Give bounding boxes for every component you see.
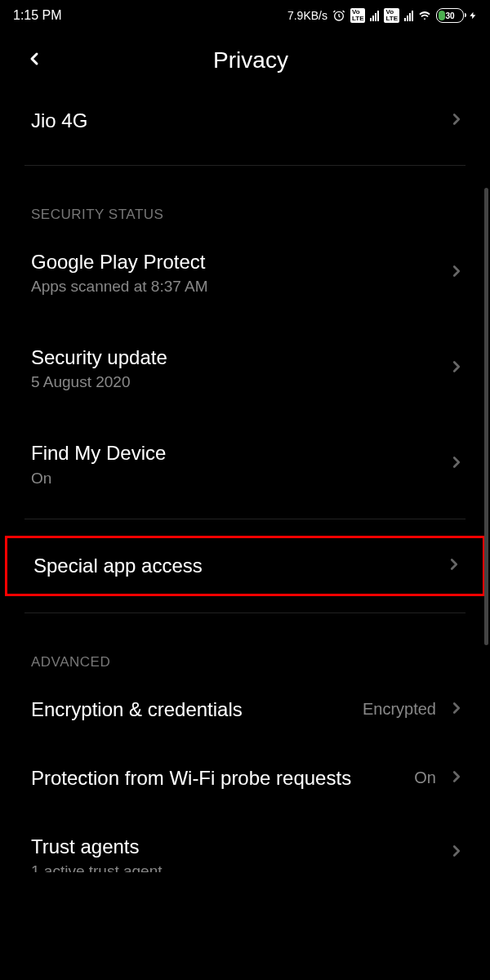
item-security-update[interactable]: Security update 5 August 2020 [0, 330, 490, 406]
list-item-title: Google Play Protect [31, 249, 448, 274]
volte-icon-1: VoLTE [350, 8, 366, 23]
list-item-value: Encrypted [363, 700, 436, 719]
status-bar: 1:15 PM 7.9KB/s VoLTE VoLTE 30 [0, 0, 490, 31]
chevron-right-icon [448, 453, 466, 474]
status-time: 1:15 PM [13, 8, 62, 23]
wifi-icon [418, 9, 431, 22]
list-item-title: Find My Device [31, 440, 448, 466]
list-item-title: Trust agents [31, 834, 448, 859]
chevron-right-icon [448, 358, 466, 379]
list-item-subtitle: 5 August 2020 [31, 373, 448, 391]
list-item-subtitle: Apps scanned at 8:37 AM [31, 278, 448, 296]
chevron-right-icon [448, 110, 466, 131]
item-find-my-device[interactable]: Find My Device On [0, 425, 490, 501]
highlight-annotation: Special app access [5, 536, 485, 596]
page-title: Privacy [24, 47, 477, 74]
list-item-subtitle: On [31, 470, 448, 488]
section-advanced: ADVANCED [0, 630, 490, 682]
chevron-right-icon [445, 555, 463, 577]
scrollbar[interactable] [484, 188, 488, 645]
list-item-title: Jio 4G [31, 108, 448, 133]
chevron-right-icon [448, 699, 466, 720]
divider [24, 165, 466, 166]
charging-icon [469, 9, 477, 22]
list-item-title: Encryption & credentials [31, 697, 363, 722]
list-item-title: Security update [31, 345, 448, 370]
list-item-title: Protection from Wi-Fi probe requests [31, 765, 414, 791]
chevron-right-icon [448, 262, 466, 283]
header: Privacy [0, 31, 490, 93]
item-google-play-protect[interactable]: Google Play Protect Apps scanned at 8:37… [0, 234, 490, 310]
divider [24, 612, 466, 613]
item-encryption-credentials[interactable]: Encryption & credentials Encrypted [0, 682, 490, 737]
settings-content: Jio 4G SECURITY STATUS Google Play Prote… [0, 93, 490, 887]
item-special-app-access[interactable]: Special app access [7, 538, 483, 594]
chevron-right-icon [448, 842, 466, 863]
chevron-right-icon [448, 768, 466, 789]
network-speed: 7.9KB/s [287, 9, 327, 22]
signal-icon-2 [404, 10, 413, 21]
signal-icon-1 [370, 10, 379, 21]
status-right: 7.9KB/s VoLTE VoLTE 30 [287, 8, 477, 23]
back-button[interactable] [24, 49, 44, 72]
item-wifi-probe-protection[interactable]: Protection from Wi-Fi probe requests On [0, 751, 490, 806]
divider [24, 519, 466, 519]
section-security-status: SECURITY STATUS [0, 182, 490, 234]
item-jio-4g[interactable]: Jio 4G [0, 93, 490, 149]
list-item-subtitle: 1 active trust agent [31, 862, 448, 872]
list-item-title: Special app access [33, 553, 445, 578]
item-trust-agents[interactable]: Trust agents 1 active trust agent [0, 819, 490, 887]
alarm-icon [332, 9, 345, 22]
battery-icon: 30 [436, 8, 464, 23]
list-item-value: On [414, 768, 436, 787]
volte-icon-2: VoLTE [384, 8, 399, 23]
